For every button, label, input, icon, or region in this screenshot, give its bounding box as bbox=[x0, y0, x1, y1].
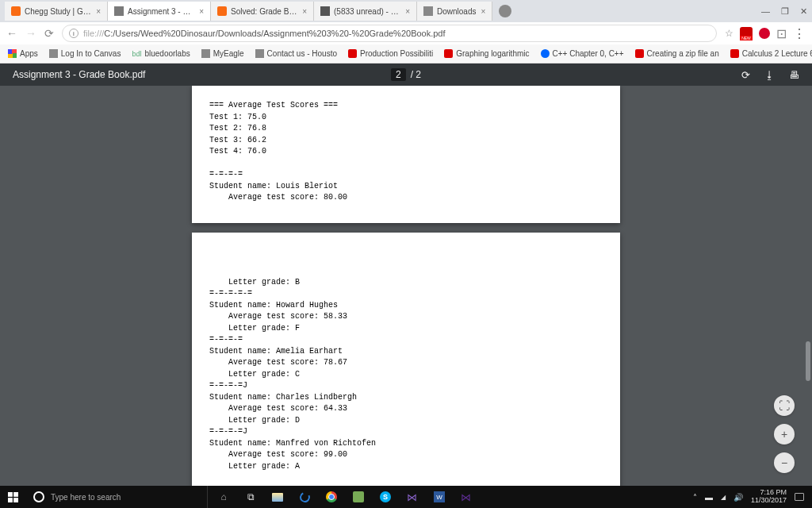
apps-button[interactable]: Apps bbox=[8, 49, 38, 58]
tab-chegg[interactable]: Chegg Study | Guided Sc× bbox=[5, 2, 108, 21]
battery-icon[interactable]: ▬ bbox=[705, 493, 713, 502]
bookmarks-bar: Apps Log In to Canvas bdlbluedoorlabs My… bbox=[0, 44, 812, 64]
apps-icon bbox=[8, 49, 17, 58]
system-tray: ˄ ▬ ◢ 🔊 7:16 PM 11/30/2017 bbox=[685, 489, 812, 505]
tab-solved[interactable]: Solved: Grade BookA tes× bbox=[211, 2, 314, 21]
windows-taskbar: Type here to search ⌂ ⧉ S ⋈ W ⋈ ˄ ▬ ◢ 🔊 … bbox=[0, 486, 812, 508]
download-icon bbox=[423, 6, 433, 16]
scrollbar-thumb[interactable] bbox=[806, 341, 810, 381]
scrollbar[interactable] bbox=[806, 87, 810, 484]
profile-avatar[interactable] bbox=[499, 5, 511, 17]
page-total: / 2 bbox=[411, 69, 421, 80]
pdf-title: Assignment 3 - Grade Book.pdf bbox=[13, 69, 275, 80]
svg-rect-3 bbox=[13, 498, 18, 502]
cortana-icon bbox=[33, 491, 44, 502]
pdf-page-2: Letter grade: B =-=-=-=-= Student name: … bbox=[192, 233, 620, 487]
tab-downloads[interactable]: Downloads× bbox=[417, 2, 492, 21]
svg-rect-1 bbox=[13, 492, 18, 497]
bookmark-canvas[interactable]: Log In to Canvas bbox=[49, 49, 121, 58]
close-window-icon[interactable]: ✕ bbox=[800, 6, 807, 17]
svg-rect-2 bbox=[8, 498, 13, 502]
bookmark-myeagle[interactable]: MyEagle bbox=[201, 49, 244, 58]
bookmark-prod[interactable]: Production Possibiliti bbox=[348, 49, 433, 58]
close-icon[interactable]: × bbox=[302, 7, 307, 16]
app-icon[interactable] bbox=[347, 486, 370, 508]
close-icon[interactable]: × bbox=[481, 7, 485, 16]
document-icon bbox=[114, 6, 124, 16]
browser-tabstrip: Chegg Study | Guided Sc× Assignment 3 - … bbox=[0, 0, 812, 22]
vscode-icon[interactable]: ⋈ bbox=[455, 486, 477, 508]
download-icon[interactable]: ⭳ bbox=[764, 69, 775, 81]
forward-icon[interactable]: → bbox=[25, 27, 36, 40]
pdf-viewport: === Average Test Scores === Test 1: 75.0… bbox=[0, 86, 812, 486]
chegg-icon bbox=[217, 6, 227, 16]
fit-page-button[interactable]: ⛶ bbox=[774, 395, 795, 416]
bookmark-bluedoor[interactable]: bdlbluedoorlabs bbox=[132, 49, 190, 58]
close-icon[interactable]: × bbox=[96, 7, 101, 16]
page-number[interactable]: 2 bbox=[391, 68, 406, 81]
youtube-icon bbox=[348, 49, 357, 58]
hcc-icon bbox=[49, 49, 58, 58]
extension-icon[interactable]: ⊡ bbox=[776, 26, 787, 41]
minimize-icon[interactable]: — bbox=[761, 6, 770, 16]
taskbar-clock[interactable]: 7:16 PM 11/30/2017 bbox=[751, 489, 787, 505]
chrome-icon[interactable] bbox=[320, 486, 343, 508]
mic-icon[interactable]: ⌂ bbox=[213, 486, 235, 508]
rotate-icon[interactable]: ⟳ bbox=[741, 69, 750, 81]
print-icon[interactable]: 🖶 bbox=[789, 69, 799, 81]
pdf-page-1-partial: === Average Test Scores === Test 1: 75.0… bbox=[192, 86, 620, 223]
tab-assignment[interactable]: Assignment 3 - Grade Bo× bbox=[108, 2, 211, 21]
bookmark-cpp[interactable]: C++ Chapter 0, C++ bbox=[541, 49, 624, 58]
hcc-icon bbox=[255, 49, 264, 58]
youtube-icon bbox=[730, 49, 739, 58]
zoom-in-button[interactable]: + bbox=[774, 424, 795, 444]
close-icon[interactable]: × bbox=[199, 7, 204, 16]
address-bar[interactable]: i file:///C:/Users/Weed%20Dinosaur/Downl… bbox=[62, 25, 717, 42]
url-text: C:/Users/Weed%20Dinosaur/Downloads/Assig… bbox=[104, 29, 445, 38]
opera-icon[interactable] bbox=[759, 28, 770, 39]
bookmark-calc[interactable]: Calculus 2 Lecture 6 bbox=[730, 49, 812, 58]
bookmark-star-icon[interactable]: ☆ bbox=[725, 28, 733, 39]
quizlet-icon bbox=[541, 49, 550, 58]
hcc-icon bbox=[201, 49, 210, 58]
youtube-icon bbox=[635, 49, 644, 58]
reload-icon[interactable]: ⟳ bbox=[44, 27, 54, 40]
edge-icon[interactable] bbox=[293, 486, 316, 508]
windows-icon bbox=[8, 492, 18, 502]
close-icon[interactable]: × bbox=[405, 7, 410, 16]
svg-rect-0 bbox=[8, 492, 13, 497]
adblock-icon[interactable] bbox=[740, 27, 753, 40]
file-explorer-icon[interactable] bbox=[266, 486, 289, 508]
bookmark-contact[interactable]: Contact us - Housto bbox=[255, 49, 337, 58]
task-view-icon[interactable]: ⧉ bbox=[239, 486, 262, 508]
info-icon[interactable]: i bbox=[69, 29, 79, 38]
volume-icon[interactable]: 🔊 bbox=[733, 493, 743, 502]
output-block-2: Letter grade: B =-=-=-=-= Student name: … bbox=[209, 277, 603, 473]
bdl-icon: bdl bbox=[132, 50, 141, 58]
taskbar-search[interactable]: Type here to search bbox=[25, 486, 208, 508]
skype-icon[interactable]: S bbox=[374, 486, 396, 508]
word-icon[interactable]: W bbox=[428, 486, 450, 508]
tab-mail[interactable]: (5833 unread) - cudong× bbox=[314, 2, 417, 21]
back-icon[interactable]: ← bbox=[6, 27, 17, 40]
pdf-toolbar: Assignment 3 - Grade Book.pdf 2 / 2 ⟳ ⭳ … bbox=[0, 64, 812, 86]
start-button[interactable] bbox=[0, 492, 25, 502]
tray-up-icon[interactable]: ˄ bbox=[693, 493, 697, 502]
menu-icon[interactable]: ⋮ bbox=[793, 26, 806, 41]
maximize-icon[interactable]: ❐ bbox=[781, 6, 789, 17]
youtube-icon bbox=[444, 49, 453, 58]
mail-icon bbox=[320, 6, 330, 16]
notifications-icon[interactable] bbox=[795, 493, 804, 501]
output-block-1: === Average Test Scores === Test 1: 75.0… bbox=[209, 100, 603, 204]
zoom-out-button[interactable]: − bbox=[774, 452, 795, 473]
wifi-icon[interactable]: ◢ bbox=[721, 494, 726, 501]
bookmark-graph[interactable]: Graphing logarithmic bbox=[444, 49, 529, 58]
bookmark-zip[interactable]: Creating a zip file an bbox=[635, 49, 719, 58]
visual-studio-icon[interactable]: ⋈ bbox=[401, 486, 423, 508]
chegg-icon bbox=[11, 6, 21, 16]
